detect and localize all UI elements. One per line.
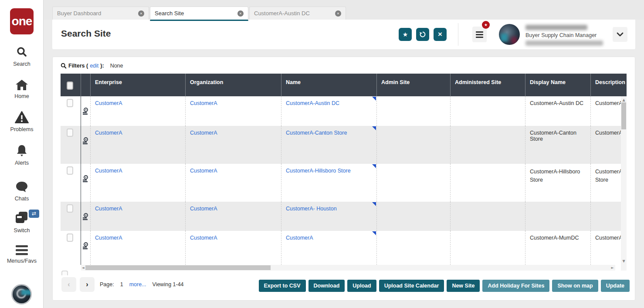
organization-link[interactable]: CustomerA	[190, 100, 217, 106]
chevron-right-icon: ›	[86, 281, 88, 288]
update-button[interactable]: Update	[601, 280, 630, 292]
column-header-organization[interactable]: Organization	[186, 74, 281, 96]
sidebar-item-search[interactable]: Search	[0, 46, 44, 68]
display-name-text: CustomerA-Austin DC	[530, 100, 583, 106]
site-location-icon[interactable]	[82, 242, 88, 250]
close-icon: ×	[438, 30, 442, 39]
tab-buyer-dashboard[interactable]: Buyer Dashboard ×	[52, 7, 149, 20]
column-header-enterprise[interactable]: Enterprise	[91, 74, 186, 96]
warning-triangle-icon	[15, 111, 29, 124]
site-location-icon[interactable]	[82, 213, 88, 220]
column-header-description[interactable]: Description	[591, 74, 627, 96]
table-header-row: Enterprise Organization Name Admin Site …	[61, 74, 627, 96]
description-text: CustomerA-	[595, 235, 621, 241]
column-header-administered-site[interactable]: Administered Site	[451, 74, 525, 96]
tab-close-icon[interactable]: ×	[335, 10, 341, 17]
display-name-text: CustomerA-MumDC	[530, 235, 579, 241]
cell-context-menu-corner[interactable]	[372, 164, 376, 168]
enterprise-link[interactable]: CustomerA	[95, 168, 122, 174]
row-checkbox[interactable]	[67, 204, 73, 213]
site-name-link[interactable]: CustomerA-Austin DC	[286, 100, 339, 106]
enterprise-link[interactable]: CustomerA	[95, 100, 122, 106]
sidebar-label-home: Home	[14, 93, 29, 99]
organization-link[interactable]: CustomerA	[190, 235, 217, 241]
site-location-icon[interactable]	[82, 175, 88, 183]
site-location-icon[interactable]	[82, 137, 88, 145]
filters-edit-link[interactable]: edit	[90, 63, 98, 69]
organization-link[interactable]: CustomerA	[190, 130, 217, 136]
sidebar-item-menus-favs[interactable]: Menus/Favs	[0, 245, 44, 264]
site-location-icon[interactable]	[82, 108, 88, 115]
add-holiday-for-sites-button[interactable]: Add Holiday For Sites	[482, 280, 549, 292]
tab-search-site[interactable]: Search Site ×	[150, 7, 248, 21]
column-header-admin-site[interactable]: Admin Site	[377, 74, 451, 96]
enterprise-link[interactable]: CustomerA	[95, 206, 122, 212]
star-icon: ★	[403, 31, 408, 38]
vertical-scroll-thumb[interactable]	[621, 102, 626, 129]
export-to-csv-button[interactable]: Export to CSV	[259, 280, 306, 292]
user-dropdown-button[interactable]	[613, 27, 627, 42]
favorite-star-button[interactable]: ★	[399, 28, 412, 41]
cell-context-menu-corner[interactable]	[372, 231, 376, 235]
upload-button[interactable]: Upload	[347, 280, 376, 292]
administered-site-cell	[451, 126, 525, 164]
display-name-cell	[525, 202, 591, 231]
redacted-user-org	[525, 41, 603, 46]
home-icon	[15, 79, 28, 91]
refresh-button[interactable]	[416, 28, 429, 41]
ai-assistant-button[interactable]	[11, 284, 32, 305]
notification-star-badge: ★	[482, 21, 490, 29]
row-checkbox[interactable]	[67, 99, 73, 107]
organization-link[interactable]: CustomerA	[190, 206, 217, 212]
cell-context-menu-corner[interactable]	[372, 97, 376, 101]
download-button[interactable]: Download	[308, 280, 345, 292]
scroll-down-arrow[interactable]: ▼	[621, 258, 627, 264]
page-number: 1	[120, 281, 123, 288]
enterprise-link[interactable]: CustomerA	[95, 130, 122, 136]
site-name-link[interactable]: CustomerA-Hillsboro Store	[286, 168, 351, 174]
user-avatar[interactable]	[499, 24, 520, 45]
upload-site-calendar-button[interactable]: Upload Site Calendar	[379, 280, 444, 292]
sidebar-item-chats[interactable]: Chats	[0, 181, 44, 202]
enterprise-link[interactable]: CustomerA	[95, 235, 122, 241]
site-name-link[interactable]: CustomerA-Canton Store	[286, 130, 347, 136]
page-header: Search Site ★ × ★ Buyer Supply Chain Man…	[52, 20, 635, 49]
scroll-right-arrow[interactable]: ►	[610, 265, 615, 271]
row-checkbox[interactable]	[67, 129, 73, 137]
horizontal-scroll-thumb[interactable]	[85, 265, 271, 270]
sidebar-item-home[interactable]: Home	[0, 79, 44, 100]
row-checkbox[interactable]	[67, 166, 73, 175]
site-name-link[interactable]: CustomerA- Houston	[286, 206, 337, 212]
cell-context-menu-corner[interactable]	[372, 126, 376, 130]
header-divider	[458, 23, 458, 46]
tab-close-icon[interactable]: ×	[138, 10, 144, 17]
more-pages-link[interactable]: more...	[129, 281, 146, 288]
vertical-scrollbar[interactable]: ▲ ▼	[621, 96, 627, 265]
new-site-button[interactable]: New Site	[447, 280, 480, 292]
cell-context-menu-corner[interactable]	[372, 202, 376, 206]
next-page-button[interactable]: ›	[80, 277, 95, 292]
close-button[interactable]: ×	[434, 28, 447, 41]
results-panel: Filters (edit): None Enterprise Organiza…	[52, 57, 635, 301]
previous-page-button[interactable]: ‹	[61, 277, 76, 292]
filters-value: None	[110, 63, 123, 69]
column-header-name[interactable]: Name	[281, 74, 377, 96]
column-header-display-name[interactable]: Display Name	[525, 74, 591, 96]
tab-close-icon[interactable]: ×	[237, 10, 244, 17]
select-all-checkbox[interactable]	[67, 81, 73, 90]
show-on-map-button[interactable]: Show on map	[552, 280, 598, 292]
row-checkbox[interactable]	[67, 234, 73, 242]
sidebar-item-problems[interactable]: Problems	[0, 111, 44, 133]
one-logo[interactable]: one	[10, 8, 34, 34]
organization-link[interactable]: CustomerA	[190, 168, 217, 174]
site-name-link[interactable]: CustomerA	[286, 235, 313, 241]
sidebar-item-alerts[interactable]: Alerts	[0, 144, 44, 166]
description-cell	[591, 202, 621, 231]
tab-customera-austin-dc[interactable]: CustomerA-Austin DC ×	[249, 7, 346, 20]
switch-swap-badge[interactable]: ⇄	[29, 210, 39, 218]
filters-bar: Filters (edit): None	[61, 63, 123, 69]
sidebar: one Search Home Problems Alerts Chats ⇄ …	[0, 0, 44, 308]
user-menu-button[interactable]	[472, 27, 487, 42]
sidebar-item-switch[interactable]: ⇄ Switch	[0, 211, 44, 234]
horizontal-scrollbar[interactable]: ◄ ►	[81, 265, 615, 271]
